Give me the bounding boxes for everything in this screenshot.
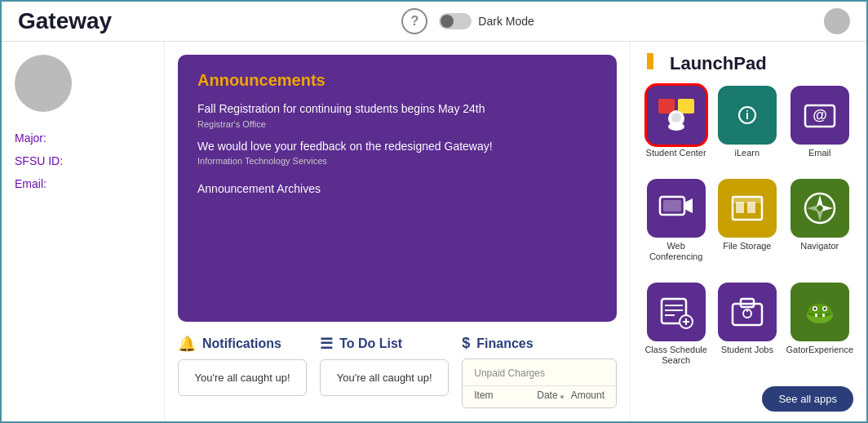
svg-point-38 xyxy=(813,307,816,309)
svg-point-39 xyxy=(823,307,826,309)
svg-marker-20 xyxy=(817,210,823,221)
launchpad-header: LaunchPad xyxy=(644,51,853,76)
header-avatar[interactable] xyxy=(824,8,850,34)
gator-svg xyxy=(800,292,839,332)
file-storage-label: File Storage xyxy=(723,241,771,252)
file-storage-svg xyxy=(728,189,767,228)
finances-title: Finances xyxy=(476,336,533,351)
app-student-jobs-icon-wrapper xyxy=(718,283,777,341)
email-label: Email xyxy=(808,148,831,158)
col-item: Item xyxy=(474,390,529,401)
todo-header: ☰ To Do List xyxy=(320,335,449,353)
announcement-text-1: Fall Registration for continuing student… xyxy=(197,101,597,118)
student-jobs-svg xyxy=(728,292,767,332)
app-navigator-icon-wrapper xyxy=(790,179,849,238)
dark-mode-label: Dark Mode xyxy=(478,15,534,28)
notifications-icon: 🔔 xyxy=(178,335,196,353)
svg-point-4 xyxy=(671,113,681,122)
bottom-row: 🔔 Notifications You're all caught up! ☰ … xyxy=(178,335,617,408)
announcements-card: Announcements Fall Registration for cont… xyxy=(178,55,617,322)
svg-rect-15 xyxy=(736,202,744,213)
app-ilearn[interactable]: i iLearn xyxy=(715,86,779,172)
app-file-storage-icon-wrapper xyxy=(718,179,777,238)
finances-widget: $ Finances Unpaid Charges Item Date Amou… xyxy=(462,335,617,408)
notifications-header: 🔔 Notifications xyxy=(178,335,307,353)
announcement-text-2: We would love your feedback on the redes… xyxy=(197,139,597,155)
header-center: ? Dark Mode xyxy=(401,8,534,34)
apps-grid: Student Center i iLearn xyxy=(644,86,853,380)
svg-rect-41 xyxy=(822,314,825,317)
app-student-center-icon-wrapper xyxy=(647,86,706,145)
left-panel: Major: SFSU ID: Email: xyxy=(2,42,165,421)
finances-card: Unpaid Charges Item Date Amount xyxy=(462,358,617,408)
app-student-jobs[interactable]: Student Jobs xyxy=(715,283,779,380)
announcement-item-1: Fall Registration for continuing student… xyxy=(197,101,597,129)
ilearn-svg: i xyxy=(728,96,767,135)
app-gator-icon-wrapper xyxy=(790,283,849,341)
student-center-label: Student Center xyxy=(646,148,706,158)
profile-avatar xyxy=(15,55,72,112)
announcement-source-2: Information Technology Services xyxy=(197,156,597,166)
major-field: Major: xyxy=(15,131,151,145)
unpaid-charges-label: Unpaid Charges xyxy=(463,359,616,382)
profile-info: Major: SFSU ID: Email: xyxy=(15,131,151,190)
announcement-item-2: We would love your feedback on the redes… xyxy=(197,139,597,167)
svg-marker-21 xyxy=(807,205,818,212)
app-gator-experience[interactable]: GatorExperience xyxy=(786,283,853,380)
svg-rect-2 xyxy=(678,99,694,114)
todo-content: You're all caught up! xyxy=(320,359,449,396)
dark-mode-area: Dark Mode xyxy=(439,13,534,29)
divider-dot xyxy=(560,395,564,399)
svg-rect-40 xyxy=(815,314,817,317)
app-ilearn-icon-wrapper: i xyxy=(718,86,777,145)
student-jobs-label: Student Jobs xyxy=(721,345,773,355)
finances-icon: $ xyxy=(462,335,470,352)
col-date: Date xyxy=(537,390,565,401)
finances-table-header: Item Date Amount xyxy=(463,385,616,407)
header: Gateway ? Dark Mode xyxy=(2,2,866,42)
svg-marker-22 xyxy=(822,205,833,212)
app-web-conf-icon-wrapper xyxy=(647,179,706,238)
todo-widget: ☰ To Do List You're all caught up! xyxy=(320,335,449,408)
app-navigator[interactable]: Navigator xyxy=(786,179,853,276)
student-center-svg xyxy=(657,96,696,135)
app-email[interactable]: @ Email xyxy=(786,86,853,172)
see-all-apps-button[interactable]: See all apps xyxy=(762,386,853,412)
notifications-widget: 🔔 Notifications You're all caught up! xyxy=(178,335,307,408)
launchpad-icon xyxy=(644,51,663,76)
navigator-svg xyxy=(800,189,839,228)
navigator-label: Navigator xyxy=(800,241,839,252)
svg-point-5 xyxy=(668,122,684,131)
app-class-schedule-icon-wrapper xyxy=(647,283,706,341)
email-svg: @ xyxy=(800,96,839,135)
sfsu-id-field: SFSU ID: xyxy=(15,154,151,167)
announcement-archives-link[interactable]: Announcement Archives xyxy=(197,182,321,195)
launchpad-title: LaunchPad xyxy=(670,53,767,74)
app-student-center[interactable]: Student Center xyxy=(644,86,708,172)
app-email-icon-wrapper: @ xyxy=(790,86,849,145)
svg-rect-1 xyxy=(658,99,675,114)
svg-rect-0 xyxy=(647,53,653,69)
email-field-label: Email: xyxy=(15,177,151,190)
app-web-conferencing[interactable]: Web Conferencing xyxy=(644,179,708,276)
app-class-schedule[interactable]: Class Schedule Search xyxy=(644,283,708,380)
web-conferencing-label: Web Conferencing xyxy=(644,241,708,262)
notifications-title: Notifications xyxy=(202,336,281,351)
help-icon[interactable]: ? xyxy=(401,8,427,34)
announcement-source-1: Registrar's Office xyxy=(197,119,597,129)
todo-icon: ☰ xyxy=(320,335,333,353)
app-file-storage[interactable]: File Storage xyxy=(715,179,779,276)
svg-marker-19 xyxy=(817,195,823,207)
middle-panel: Announcements Fall Registration for cont… xyxy=(165,42,630,421)
svg-rect-13 xyxy=(663,200,681,212)
svg-text:@: @ xyxy=(813,107,827,123)
ilearn-label: iLearn xyxy=(735,148,760,158)
class-schedule-label: Class Schedule Search xyxy=(644,345,708,366)
toggle-knob xyxy=(441,15,454,28)
svg-text:i: i xyxy=(746,109,749,122)
right-panel: LaunchPad Student Center xyxy=(630,42,866,421)
todo-title: To Do List xyxy=(339,336,402,351)
main-container: Gateway ? Dark Mode Major: SFSU ID: Emai… xyxy=(2,2,866,421)
dark-mode-toggle[interactable] xyxy=(439,13,472,29)
announcements-title: Announcements xyxy=(197,71,597,90)
